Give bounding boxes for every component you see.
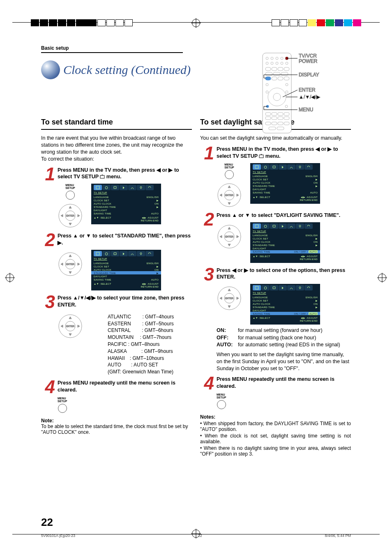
registration-mark-icon (378, 274, 386, 282)
left-step-2: 2 Press ▲ or ▼ to select "STANDARD TIME"… (41, 233, 192, 290)
svg-point-80 (264, 166, 267, 168)
right-step-3: 3 Press ◀ or ▶ to select one of the opti… (200, 267, 351, 372)
footer-center: 22 (198, 534, 202, 538)
svg-point-86 (264, 225, 267, 228)
svg-rect-16 (273, 72, 280, 76)
footer-left: 5V90101A [E]p20-23 (41, 534, 75, 538)
svg-rect-43 (277, 127, 284, 130)
svg-text:ENTER: ENTER (225, 194, 234, 196)
svg-point-22 (266, 83, 268, 86)
svg-point-93 (299, 287, 301, 288)
svg-point-6 (266, 62, 268, 64)
svg-text:ENTER: ENTER (66, 325, 75, 327)
svg-text:DISPLAY: DISPLAY (299, 72, 319, 78)
crop-marks-top (0, 13, 392, 33)
svg-rect-11 (265, 67, 271, 71)
note-body: To be able to select the standard time, … (41, 424, 192, 435)
svg-point-10 (286, 62, 288, 64)
svg-text:ENTER: ENTER (225, 235, 234, 238)
svg-point-81 (299, 166, 301, 168)
svg-point-2 (271, 57, 273, 60)
registration-mark-icon (192, 19, 200, 27)
step-after-text: When you want to set the daylight saving… (217, 351, 351, 372)
svg-text:ENTER: ENTER (66, 214, 75, 217)
note-bullet: • When shipped from factory, the DAYLIGH… (200, 421, 351, 432)
step-instruction: Press MENU repeatedly until the menu scr… (217, 376, 351, 390)
svg-rect-42 (269, 127, 276, 130)
svg-point-25 (286, 91, 288, 93)
notes-heading: Notes: (200, 414, 351, 420)
divider (41, 52, 183, 53)
step-instruction: Press MENU in the TV mode, then press ◀ … (217, 146, 351, 160)
left-step-1: 1 Press MENU in the TV mode, then press … (41, 167, 192, 229)
svg-point-87 (299, 225, 301, 227)
svg-rect-79 (255, 166, 258, 168)
step-number: 4 (200, 376, 214, 409)
right-step-4: 4 Press MENU repeatedly until the menu s… (200, 376, 351, 409)
svg-point-70 (105, 253, 108, 255)
note-heading: Note: (41, 418, 192, 424)
dpad-icon: ENTER (217, 182, 242, 208)
svg-rect-15 (265, 72, 272, 76)
svg-rect-36 (278, 117, 283, 120)
svg-text:MENU: MENU (299, 107, 313, 113)
notes-list: • When shipped from factory, the DAYLIGH… (200, 421, 351, 457)
remote-diagram: TV/VCR POWER DISPLAY ENTER ▲/▼/◀/▶ MENU (261, 51, 343, 138)
svg-point-9 (281, 62, 283, 64)
svg-rect-39 (272, 122, 277, 125)
svg-point-4 (281, 57, 283, 60)
svg-rect-41 (284, 122, 289, 125)
svg-rect-59 (100, 175, 104, 178)
left-step-4: 4 Press MENU repeatedly until the menu s… (41, 380, 192, 413)
svg-point-29 (285, 105, 288, 108)
left-heading: To set standard time (41, 116, 192, 130)
svg-rect-30 (265, 113, 271, 115)
svg-rect-37 (284, 117, 289, 120)
step-number: 3 (200, 267, 214, 372)
step-number: 2 (41, 233, 55, 290)
dpad-icon: ENTER (217, 224, 242, 249)
svg-rect-38 (265, 122, 271, 125)
svg-rect-40 (278, 122, 283, 125)
svg-rect-31 (272, 113, 277, 115)
dpad-icon: ENTER (58, 313, 83, 339)
svg-point-71 (140, 253, 142, 254)
step-number: 2 (200, 212, 214, 263)
svg-rect-19 (272, 77, 277, 80)
svg-rect-17 (281, 72, 288, 76)
timezone-list: ATLANTIC : GMT–4hoursEASTERN : GMT–5hour… (108, 313, 174, 375)
osd-screen: TV SETUP LANGUAGEENGLISHCLOCK SET▶AUTO C… (91, 184, 161, 224)
page-title: Clock setting (Continued) (63, 63, 191, 77)
sphere-icon (41, 60, 60, 79)
step-instruction: Press ▲/▼/◀/▶ to select your time zone, … (58, 295, 192, 309)
svg-rect-63 (96, 186, 99, 189)
svg-rect-18 (265, 77, 271, 80)
svg-rect-69 (96, 252, 99, 255)
dpad-icon: ENTER (217, 286, 242, 311)
right-step-1: 1 Press MENU in the TV mode, then press … (200, 146, 351, 208)
svg-text:ENTER: ENTER (66, 263, 75, 265)
svg-rect-85 (255, 225, 258, 228)
svg-rect-20 (278, 77, 283, 80)
svg-point-8 (276, 62, 278, 64)
note-bullet: • When there is no daylight saving time … (200, 445, 351, 457)
svg-text:POWER: POWER (299, 58, 318, 64)
svg-text:ENTER: ENTER (225, 297, 234, 299)
menu-setup-button-icon: MENUSETUP (58, 397, 67, 413)
dpad-icon: ENTER (58, 203, 83, 228)
menu-setup-button-icon: MENUSETUP (217, 393, 226, 409)
svg-rect-12 (272, 67, 277, 71)
svg-rect-14 (284, 67, 289, 71)
step-number: 1 (41, 167, 55, 229)
note-bullet: • When the clock is not set, daylight sa… (200, 433, 351, 444)
svg-point-92 (264, 287, 267, 289)
menu-setup-button-icon: MENUSETUP (224, 163, 234, 179)
svg-point-23 (286, 83, 288, 86)
osd-screen: TV SETUP LANGUAGEENGLISHCLOCK SET▶AUTO C… (250, 163, 320, 204)
step-number: 4 (41, 380, 55, 413)
svg-rect-91 (255, 286, 258, 289)
svg-rect-35 (272, 117, 277, 120)
step-instruction: Press ◀ or ▶ to select one of the option… (217, 267, 351, 281)
svg-text:▲/▼/◀/▶: ▲/▼/◀/▶ (299, 94, 321, 100)
svg-text:ENTER: ENTER (299, 87, 316, 93)
